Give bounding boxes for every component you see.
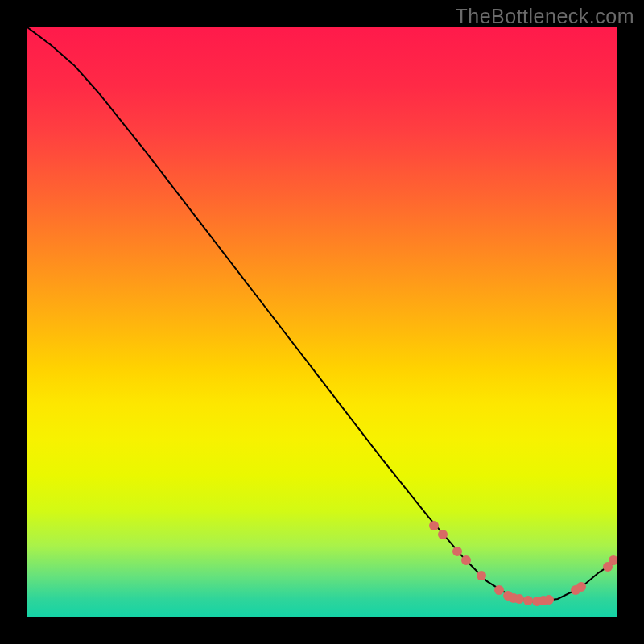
chart-marker xyxy=(494,585,504,595)
watermark-label: TheBottleneck.com xyxy=(456,5,635,28)
chart-marker xyxy=(477,571,486,580)
chart-marker xyxy=(609,555,617,565)
chart-plot-area xyxy=(27,27,617,617)
chart-marker xyxy=(544,595,554,605)
chart-marker xyxy=(438,530,448,539)
chart-marker xyxy=(429,521,439,530)
chart-marker xyxy=(576,582,586,592)
chart-curve-svg xyxy=(27,27,617,617)
